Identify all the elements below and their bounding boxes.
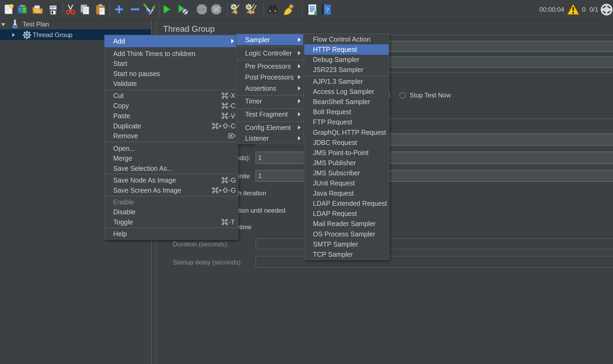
svg-text:STOP: STOP: [198, 8, 206, 11]
svg-text:?: ?: [326, 6, 329, 14]
